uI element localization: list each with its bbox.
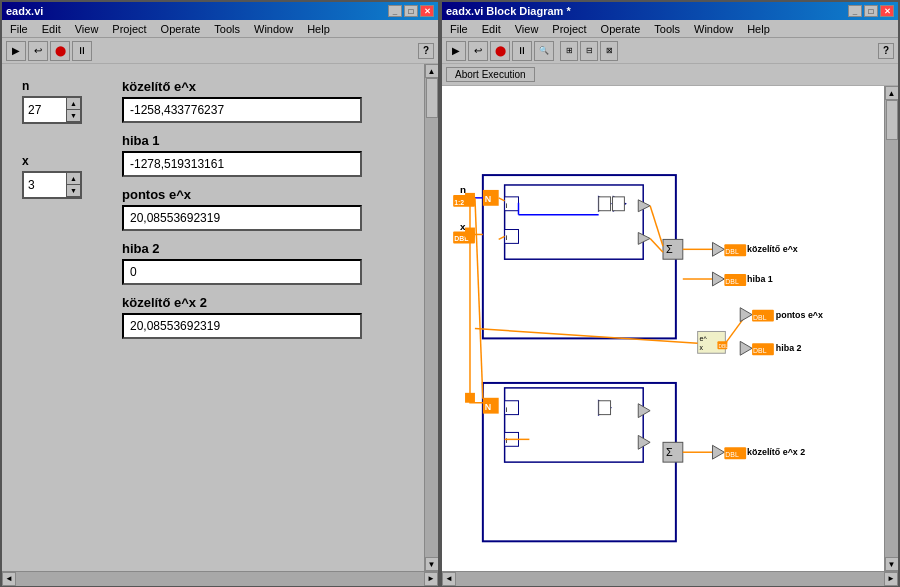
right-scrollbar-y[interactable]: ▲ ▼ [884, 86, 898, 571]
right-close-button[interactable]: ✕ [880, 5, 894, 17]
indicator-3: hiba 2 0 [122, 241, 404, 285]
right-menu-help[interactable]: Help [741, 22, 776, 36]
left-scrollbar-x[interactable]: ◄ ► [2, 571, 438, 585]
svg-text:x: x [700, 344, 704, 351]
left-scrollbar-y[interactable]: ▲ ▼ [424, 64, 438, 571]
right-minimize-button[interactable]: _ [848, 5, 862, 17]
svg-text:közelítő e^x: közelítő e^x [747, 244, 798, 254]
right-menu-operate[interactable]: Operate [595, 22, 647, 36]
diagram-panel-content: n 1:2 x DBL N i i [442, 86, 898, 571]
close-button[interactable]: ✕ [420, 5, 434, 17]
diagram-area[interactable]: n 1:2 x DBL N i i [442, 86, 884, 571]
dist-button[interactable]: ⊠ [600, 41, 618, 61]
right-scroll-track[interactable] [885, 100, 899, 557]
right-menu-tools[interactable]: Tools [648, 22, 686, 36]
menu-help[interactable]: Help [301, 22, 336, 36]
indicator-value-3: 0 [122, 259, 362, 285]
stop-button[interactable]: ⬤ [50, 41, 70, 61]
right-stop-button[interactable]: ⬤ [490, 41, 510, 61]
menu-project[interactable]: Project [106, 22, 152, 36]
indicator-label-2: pontos e^x [122, 187, 404, 202]
help-icon: ? [423, 45, 429, 56]
run-button[interactable]: ▶ [6, 41, 26, 61]
right-scroll-thumb[interactable] [886, 100, 898, 140]
menu-edit[interactable]: Edit [36, 22, 67, 36]
right-menu-file[interactable]: File [444, 22, 474, 36]
scroll-left-btn[interactable]: ◄ [2, 572, 16, 586]
menu-operate[interactable]: Operate [155, 22, 207, 36]
svg-rect-79 [465, 193, 475, 203]
right-run-button[interactable]: ▶ [446, 41, 466, 61]
align-button[interactable]: ⊟ [580, 41, 598, 61]
x-increment[interactable]: ▲ [67, 173, 80, 185]
indicator-1: hiba 1 -1278,519313161 [122, 133, 404, 177]
right-scroll-left-btn[interactable]: ◄ [442, 572, 456, 586]
svg-text:Σ: Σ [666, 446, 673, 458]
scroll-right-btn[interactable]: ► [424, 572, 438, 586]
svg-text:i: i [506, 201, 508, 210]
scroll-thumb[interactable] [426, 78, 438, 118]
abort-execution-button[interactable]: Abort Execution [446, 67, 535, 82]
right-scroll-up-btn[interactable]: ▲ [885, 86, 899, 100]
right-scroll-x-track[interactable] [456, 572, 884, 586]
scroll-track[interactable] [425, 78, 439, 557]
right-maximize-button[interactable]: □ [864, 5, 878, 17]
panel-inner: n 27 ▲ ▼ x 3 [22, 79, 404, 339]
right-scroll-down-btn[interactable]: ▼ [885, 557, 899, 571]
right-window-controls: _ □ ✕ [848, 5, 894, 17]
right-menu-view[interactable]: View [509, 22, 545, 36]
svg-text:DBL: DBL [725, 451, 739, 458]
right-title-bar: eadx.vi Block Diagram * _ □ ✕ [442, 2, 898, 20]
n-increment[interactable]: ▲ [67, 98, 80, 110]
indicator-value-2: 20,08553692319 [122, 205, 362, 231]
n-value: 27 [28, 103, 41, 117]
pause-button[interactable]: ⏸ [72, 41, 92, 61]
right-scrollbar-x[interactable]: ◄ ► [442, 571, 898, 585]
controls-column: n 27 ▲ ▼ x 3 [22, 79, 102, 339]
right-toolbar-extra: ⊞ ⊟ ⊠ [560, 41, 618, 61]
right-menu-edit[interactable]: Edit [476, 22, 507, 36]
snap-button[interactable]: ⊞ [560, 41, 578, 61]
left-toolbar: ▶ ↩ ⬤ ⏸ ? ? [2, 38, 438, 64]
indicator-0: közelítő e^x -1258,433776237 [122, 79, 404, 123]
scroll-x-track[interactable] [16, 572, 424, 586]
n-control[interactable]: 27 ▲ ▼ [22, 96, 82, 124]
x-control-group: x 3 ▲ ▼ [22, 154, 102, 199]
menu-view[interactable]: View [69, 22, 105, 36]
right-undo-button[interactable]: ↩ [468, 41, 488, 61]
left-window-title: eadx.vi [6, 5, 43, 17]
n-arrows: ▲ ▼ [66, 98, 80, 122]
left-menu-bar: File Edit View Project Operate Tools Win… [2, 20, 438, 38]
svg-text:i: i [506, 436, 508, 445]
n-label: n [22, 79, 102, 93]
right-menu-window[interactable]: Window [688, 22, 739, 36]
x-decrement[interactable]: ▼ [67, 185, 80, 197]
help-button[interactable]: ? [418, 43, 434, 59]
stop-icon: ⬤ [55, 45, 66, 56]
svg-text:i: i [506, 405, 508, 414]
right-toolbar: ▶ ↩ ⬤ ⏸ 🔍 ⊞ ⊟ ⊠ ? [442, 38, 898, 64]
indicators-column: közelítő e^x -1258,433776237 hiba 1 -127… [122, 79, 404, 339]
right-probe-button[interactable]: 🔍 [534, 41, 554, 61]
right-scroll-right-btn[interactable]: ► [884, 572, 898, 586]
svg-text:DBL: DBL [725, 278, 739, 285]
block-diagram-window: eadx.vi Block Diagram * _ □ ✕ File Edit … [440, 0, 900, 587]
minimize-button[interactable]: _ [388, 5, 402, 17]
x-arrows: ▲ ▼ [66, 173, 80, 197]
n-decrement[interactable]: ▼ [67, 110, 80, 122]
indicator-label-1: hiba 1 [122, 133, 404, 148]
right-pause-button[interactable]: ⏸ [512, 41, 532, 61]
svg-rect-20 [613, 197, 625, 211]
indicator-label-4: közelítő e^x 2 [122, 295, 404, 310]
undo-button[interactable]: ↩ [28, 41, 48, 61]
menu-file[interactable]: File [4, 22, 34, 36]
menu-window[interactable]: Window [248, 22, 299, 36]
indicator-label-0: közelítő e^x [122, 79, 404, 94]
maximize-button[interactable]: □ [404, 5, 418, 17]
right-menu-project[interactable]: Project [546, 22, 592, 36]
scroll-down-btn[interactable]: ▼ [425, 557, 439, 571]
right-help-button[interactable]: ? [878, 43, 894, 59]
scroll-up-btn[interactable]: ▲ [425, 64, 439, 78]
x-control[interactable]: 3 ▲ ▼ [22, 171, 82, 199]
menu-tools[interactable]: Tools [208, 22, 246, 36]
